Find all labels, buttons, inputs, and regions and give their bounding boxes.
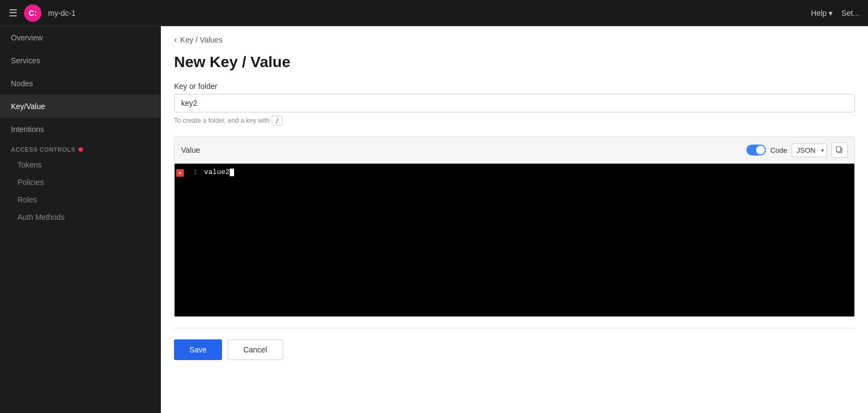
key-hint: To create a folder, end a key with /	[174, 116, 855, 125]
breadcrumb-text: Key / Values	[180, 35, 223, 44]
sidebar-item-auth-methods[interactable]: Auth Methods	[0, 208, 160, 226]
help-button[interactable]: Help ▾	[811, 9, 833, 17]
cancel-button[interactable]: Cancel	[228, 339, 283, 360]
sidebar-item-services[interactable]: Services	[0, 49, 160, 72]
sidebar-item-nodes[interactable]: Nodes	[0, 72, 160, 95]
form-divider	[174, 328, 855, 328]
breadcrumb-back-icon[interactable]: ‹	[174, 35, 177, 45]
sidebar: Overview Services Nodes Key/Value Intent…	[0, 26, 161, 413]
save-button[interactable]: Save	[174, 339, 222, 360]
value-header-right: Code JSON YAML HCL ▾	[746, 142, 848, 158]
code-toggle[interactable]	[746, 145, 766, 155]
value-header: Value Code JSON YAML HCL ▾	[175, 137, 854, 164]
hamburger-icon[interactable]: ☰	[9, 7, 17, 19]
content-area: ‹ Key / Values New Key / Value Key or fo…	[161, 26, 868, 413]
top-nav: ☰ C: my-dc-1 Help ▾ Set...	[0, 0, 868, 26]
settings-button[interactable]: Set...	[841, 9, 859, 17]
topnav-left: ☰ C: my-dc-1	[9, 4, 76, 22]
sidebar-item-roles[interactable]: Roles	[0, 191, 160, 208]
line-number: 1	[185, 168, 202, 176]
main-layout: Overview Services Nodes Key/Value Intent…	[0, 26, 868, 413]
svg-rect-1	[836, 147, 841, 152]
sidebar-item-overview[interactable]: Overview	[0, 26, 160, 49]
sidebar-item-intentions[interactable]: Intentions	[0, 118, 160, 141]
consul-logo: C:	[24, 4, 41, 22]
form-area: Key or folder To create a folder, end a …	[161, 82, 868, 125]
format-select[interactable]: JSON YAML HCL	[792, 143, 827, 157]
access-controls-section: ACCESS CONTROLS	[0, 141, 160, 156]
datacenter-name: my-dc-1	[48, 9, 76, 17]
access-controls-dot	[79, 147, 83, 152]
button-row: Save Cancel	[161, 339, 868, 373]
topnav-right: Help ▾ Set...	[811, 9, 859, 17]
sidebar-item-tokens[interactable]: Tokens	[0, 156, 160, 173]
value-section: Value Code JSON YAML HCL ▾	[174, 136, 855, 317]
key-label: Key or folder	[174, 82, 855, 91]
code-toggle-label: Code	[770, 146, 787, 154]
breadcrumb: ‹ Key / Values	[161, 26, 868, 49]
sidebar-item-policies[interactable]: Policies	[0, 173, 160, 191]
copy-button[interactable]	[831, 142, 848, 158]
copy-icon	[836, 146, 843, 154]
cursor	[230, 169, 234, 176]
editor-line-content: value2	[202, 168, 234, 176]
key-input[interactable]	[174, 94, 855, 112]
code-editor[interactable]: ✕ 1 value2	[175, 164, 854, 316]
code-line-1: ✕ 1 value2	[175, 168, 854, 178]
format-select-wrapper: JSON YAML HCL ▾	[792, 143, 827, 157]
page-title: New Key / Value	[161, 49, 868, 82]
value-label: Value	[181, 146, 200, 154]
hint-code: /	[272, 116, 282, 125]
error-marker: ✕	[175, 168, 185, 178]
sidebar-item-keyvalue[interactable]: Key/Value	[0, 95, 160, 118]
error-x-icon: ✕	[176, 169, 184, 177]
